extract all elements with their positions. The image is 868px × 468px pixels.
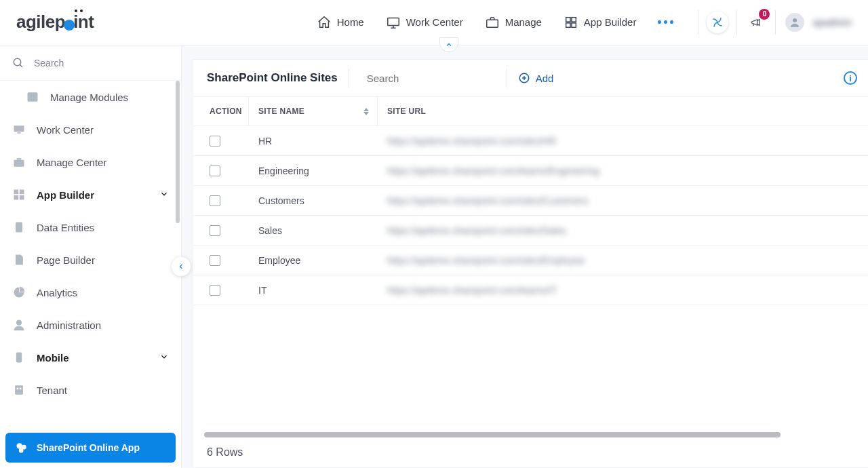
sidebar-search-placeholder: Search [34, 58, 64, 69]
cell-site-name: Employee [249, 255, 378, 266]
sidebar-collapse-button[interactable] [172, 257, 191, 276]
sidebar-item-administration[interactable]: Administration [0, 309, 181, 341]
sidebar-item-analytics[interactable]: Analytics [0, 276, 181, 309]
svg-rect-12 [17, 158, 22, 160]
modules-icon [26, 90, 39, 104]
sidebar-item-page-builder[interactable]: Page Builder [0, 243, 181, 276]
username-label: apadmin [812, 17, 852, 28]
sidebar-item-tenant[interactable]: Tenant [0, 374, 181, 406]
notifications-badge: 0 [759, 9, 770, 20]
sharepoint-icon [15, 441, 28, 454]
nav-label: Manage [505, 16, 542, 28]
brand-logo[interactable]: agilepint [16, 12, 94, 33]
sidebar-item-data-entities[interactable]: Data Entities [0, 211, 181, 243]
table-row[interactable]: Saleshttps://apdemo.sharepoint.com/sites… [193, 216, 868, 246]
sidebar-search[interactable]: Search [0, 45, 181, 81]
svg-point-7 [14, 58, 21, 66]
nav-more-button[interactable] [658, 20, 673, 24]
monitor-icon [386, 15, 401, 30]
cell-site-url: https://apdemo.sharepoint.com/sites/Cust… [378, 195, 868, 206]
chevron-down-icon [159, 189, 169, 201]
sidebar-item-label: Work Center [37, 124, 94, 136]
cell-site-name: Customers [249, 195, 378, 206]
tenant-icon [12, 383, 26, 397]
table-search-input[interactable] [367, 73, 496, 84]
sidebar-item-label: App Builder [37, 189, 94, 201]
brand-name-right: int [73, 12, 94, 33]
sidebar-list[interactable]: Manage Modules Work Center Manage Center… [0, 81, 181, 427]
svg-rect-5 [572, 22, 576, 26]
svg-rect-1 [486, 20, 498, 27]
svg-rect-15 [14, 195, 19, 200]
row-checkbox[interactable] [210, 255, 220, 266]
sidebar-item-label: Administration [37, 319, 101, 331]
info-button[interactable]: i [844, 71, 857, 85]
home-icon [317, 15, 332, 30]
cell-site-name: IT [249, 285, 378, 296]
header-divider [775, 10, 776, 35]
sort-icon[interactable] [363, 108, 369, 115]
table-body: HRhttps://apdemo.sharepoint.com/sites/HR… [193, 126, 868, 437]
page-title: SharePoint Online Sites [207, 71, 338, 85]
sidebar-item-manage-center[interactable]: Manage Center [0, 146, 181, 178]
avatar [785, 13, 804, 32]
sidebar-scrollbar[interactable] [176, 81, 180, 223]
briefcase-icon [485, 15, 500, 30]
table-row[interactable]: Customershttps://apdemo.sharepoint.com/s… [193, 186, 868, 216]
svg-rect-2 [566, 17, 570, 21]
row-checkbox[interactable] [210, 225, 220, 236]
sidebar-item-label: Analytics [37, 287, 77, 298]
nav-app-builder[interactable]: App Builder [564, 15, 637, 30]
column-action: ACTION [193, 97, 249, 125]
row-checkbox[interactable] [210, 195, 220, 206]
nav-manage[interactable]: Manage [485, 15, 542, 30]
horizontal-scrollbar[interactable] [204, 432, 781, 437]
svg-point-25 [19, 448, 24, 453]
table-row[interactable]: HRhttps://apdemo.sharepoint.com/sites/HR [193, 126, 868, 156]
row-checkbox[interactable] [210, 285, 220, 296]
column-site-name[interactable]: SITE NAME [249, 97, 378, 125]
svg-rect-17 [16, 222, 22, 233]
table-footer: 6 Rows [193, 437, 868, 467]
row-checkbox[interactable] [210, 136, 220, 147]
database-icon [12, 220, 26, 234]
svg-rect-20 [15, 385, 23, 394]
sidebar-item-work-center[interactable]: Work Center [0, 113, 181, 146]
svg-point-18 [16, 320, 22, 326]
user-menu-button[interactable] [784, 12, 806, 33]
phone-icon [12, 351, 26, 364]
svg-rect-13 [14, 190, 19, 195]
sidebar-item-sharepoint-online-app[interactable]: SharePoint Online App [5, 433, 176, 463]
svg-point-6 [793, 18, 797, 22]
page-icon [12, 253, 26, 267]
table-row[interactable]: Engineeringhttps://apdemo.sharepoint.com… [193, 156, 868, 186]
monitor-icon [12, 123, 26, 136]
column-site-url: SITE URL [378, 106, 868, 116]
svg-rect-21 [17, 388, 19, 390]
chevron-down-icon [159, 352, 169, 364]
sidebar-item-app-builder[interactable]: App Builder [0, 178, 181, 211]
user-icon [12, 318, 26, 332]
header-divider [698, 10, 698, 35]
tools-button[interactable] [707, 12, 728, 33]
header-divider [736, 10, 737, 35]
sidebar: Search Manage Modules Work Center Manage… [0, 45, 182, 468]
svg-rect-0 [387, 18, 399, 25]
sidebar-item-mobile[interactable]: Mobile [0, 341, 181, 374]
svg-rect-14 [20, 190, 24, 195]
chevron-left-icon [177, 262, 185, 271]
user-icon [789, 16, 801, 28]
sidebar-item-manage-modules[interactable]: Manage Modules [0, 81, 181, 113]
row-checkbox[interactable] [210, 165, 220, 176]
brand-name-left: agilep [16, 12, 65, 33]
table-search[interactable] [360, 72, 496, 84]
toolbar-divider [349, 69, 349, 87]
toolbar-divider [507, 69, 507, 87]
add-button[interactable]: Add [518, 72, 554, 84]
nav-work-center[interactable]: Work Center [386, 15, 463, 30]
table-row[interactable]: Employeehttps://apdemo.sharepoint.com/si… [193, 246, 868, 275]
table-row[interactable]: IThttps://apdemo.sharepoint.com/teams/IT [193, 275, 868, 305]
notifications-button[interactable]: 0 [745, 12, 767, 33]
svg-rect-16 [20, 195, 24, 200]
nav-home[interactable]: Home [317, 15, 364, 30]
